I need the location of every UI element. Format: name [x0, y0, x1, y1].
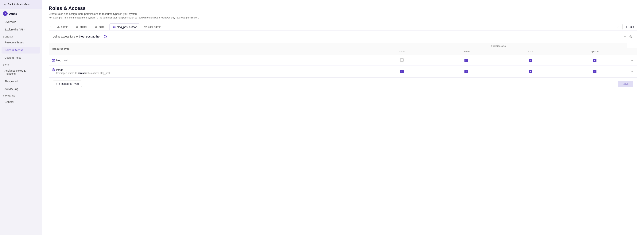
resource-description-image: for image's where its parent is the auth… [52, 72, 367, 75]
read-cell-image [498, 66, 562, 77]
permissions-table: Resource Type Permissions create delete … [49, 43, 637, 77]
update-checkbox-blog-post[interactable] [593, 59, 596, 62]
plus-icon-resource: + [56, 82, 58, 85]
add-role-label: Role [628, 25, 634, 28]
add-resource-button[interactable]: + + Resource Type [53, 81, 82, 87]
delete-checkbox-image[interactable] [464, 70, 468, 73]
delete-cell-image [434, 66, 498, 77]
relation-icon [144, 25, 147, 28]
tab-author[interactable]: author [72, 23, 90, 30]
resource-type-header: Resource Type [49, 43, 370, 55]
permissions-group-header: Permissions [370, 43, 627, 48]
person-icon [57, 25, 60, 28]
relation-icon [112, 26, 116, 29]
panel-header: Define access for the blog_post author. … [49, 31, 637, 43]
page-example: For example: In a file management system… [49, 16, 637, 19]
tabs-next-button[interactable]: › [616, 24, 620, 30]
row-actions-blog-post: ✏ [627, 55, 637, 66]
edit-row-button-blog-post[interactable]: ✏ [630, 58, 634, 63]
read-checkbox-image[interactable] [529, 70, 532, 73]
role-name: blog_post author [79, 35, 100, 38]
resource-cell-blog-post: i blog_post [49, 55, 370, 66]
back-arrow-icon: ← [3, 3, 6, 6]
save-button[interactable]: Save [618, 81, 633, 87]
resource-name-label-image: image [56, 68, 63, 71]
resource-info-icon[interactable]: i [52, 59, 55, 62]
tab-editor-label: editor [99, 25, 105, 28]
tabs-bar: ‹ admin author editor [49, 23, 637, 31]
table-row: i image for image's where its parent is … [49, 66, 637, 77]
delete-header: delete [434, 48, 498, 55]
schema-section-label: SCHEMA [0, 33, 42, 39]
settings-section-label: SETTINGS [0, 93, 42, 98]
create-checkbox-blog-post[interactable] [400, 58, 404, 62]
tab-editor[interactable]: editor [91, 23, 108, 30]
read-cell-blog-post [498, 55, 562, 66]
panel-header-text: Define access for the blog_post author. … [53, 35, 107, 38]
person-icon [94, 25, 98, 28]
create-cell-image [370, 66, 434, 77]
sidebar-item-explore-api[interactable]: Explore the API ↗ [2, 26, 40, 33]
delete-checkbox-blog-post[interactable] [464, 59, 468, 62]
add-role-button[interactable]: + Role [622, 24, 637, 30]
add-resource-label: + Resource Type [58, 82, 79, 85]
sidebar-item-activity-log[interactable]: Activity Log [2, 86, 40, 92]
tabs-prev-button[interactable]: ‹ [49, 24, 53, 30]
bottom-bar: + + Resource Type Save [49, 77, 637, 90]
resource-info-icon-image[interactable]: i [52, 68, 55, 71]
external-link-icon: ↗ [24, 28, 26, 31]
tab-user-admin-label: user admin [148, 25, 161, 28]
person-icon [76, 25, 78, 28]
plus-icon: + [626, 25, 627, 28]
sidebar-item-roles-access[interactable]: Roles & Access [2, 47, 40, 54]
tab-blog-post-author[interactable]: blog_post author [109, 24, 140, 31]
update-cell-blog-post [562, 55, 627, 66]
tab-admin[interactable]: admin [54, 23, 72, 30]
resource-cell-image: i image for image's where its parent is … [49, 66, 370, 77]
sidebar-item-resource-types[interactable]: Resource Types [2, 39, 40, 46]
table-row: i blog_post [49, 55, 637, 66]
sidebar-item-playground[interactable]: Playground [2, 78, 40, 85]
panel-actions: ✏ ⊖ [623, 34, 633, 40]
sidebar-item-custom-roles[interactable]: Custom Roles [2, 54, 40, 61]
delete-button[interactable]: ⊖ [628, 34, 633, 40]
update-header: update [562, 48, 627, 55]
delete-cell-blog-post [434, 55, 498, 66]
main-content: Roles & Access Create roles and assign t… [42, 0, 644, 235]
resource-name-label: blog_post [56, 59, 68, 62]
back-to-main-button[interactable]: ← Back to Main Menu [0, 0, 42, 9]
content-panel: Define access for the blog_post author. … [49, 31, 637, 90]
update-cell-image [562, 66, 627, 77]
create-header: create [370, 48, 434, 55]
sidebar-item-overview[interactable]: Overview [2, 19, 40, 25]
brand-icon: A [3, 11, 8, 16]
tab-author-label: author [80, 25, 87, 28]
read-checkbox-blog-post[interactable] [529, 59, 532, 62]
data-section-label: DATA [0, 62, 42, 67]
create-cell-blog-post [370, 55, 434, 66]
info-icon[interactable]: i [104, 35, 107, 38]
edit-button[interactable]: ✏ [623, 34, 627, 39]
page-title: Roles & Access [49, 5, 637, 11]
tab-user-admin[interactable]: user admin [140, 23, 164, 30]
row-actions-image: ✏ [627, 66, 637, 77]
tab-admin-label: admin [61, 25, 68, 28]
create-checkbox-image[interactable] [400, 70, 404, 73]
tab-blog-post-author-label: blog_post author [117, 26, 136, 29]
tabs-scroll: admin author editor [54, 23, 615, 30]
define-text: Define access for the [53, 35, 78, 38]
sidebar: ← Back to Main Menu A AuthZ Overview Exp… [0, 0, 42, 235]
update-checkbox-image[interactable] [593, 70, 596, 73]
back-label: Back to Main Menu [8, 3, 30, 6]
table-header-row-top: Resource Type Permissions [49, 43, 637, 48]
sidebar-item-assigned-roles[interactable]: Assigned Roles & Relations [2, 67, 40, 77]
sidebar-item-general[interactable]: General [2, 98, 40, 105]
edit-row-button-image[interactable]: ✏ [630, 69, 634, 74]
page-description: Create roles and assign them permissions… [49, 12, 637, 16]
read-header: read [498, 48, 562, 55]
brand-name: AuthZ [9, 12, 17, 15]
brand-area: A AuthZ [0, 9, 42, 18]
